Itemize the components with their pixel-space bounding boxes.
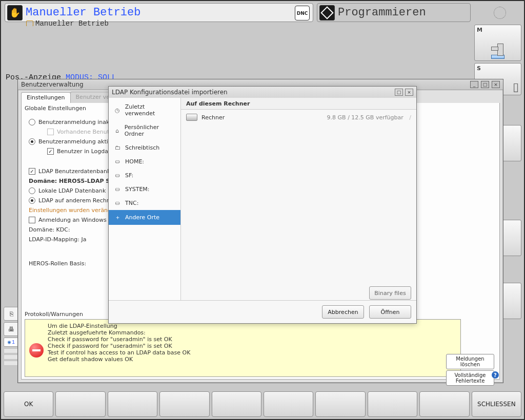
rsb-m-button[interactable]: M xyxy=(474,25,521,61)
clock-icon: ◷ xyxy=(114,107,121,114)
drive-icon: ⛀ xyxy=(114,200,121,206)
mini-blue-label[interactable]: ◉ 1 xyxy=(4,338,19,347)
softkey-row: OK SCHLIESSEN xyxy=(4,391,521,417)
program-icon xyxy=(319,5,335,20)
file-dialog-footer: Abbrechen Öffnen xyxy=(109,300,416,323)
mini-btn-1[interactable]: ⎘ xyxy=(4,307,19,321)
help-icon[interactable]: ? xyxy=(492,371,499,379)
softkey-7[interactable] xyxy=(368,391,417,417)
place-home[interactable]: ⌂ Persönlicher Ordner xyxy=(109,120,180,141)
place-other[interactable]: ＋ Andere Orte xyxy=(109,210,180,225)
file-dialog-window-buttons: □ × xyxy=(395,89,413,96)
tab-settings[interactable]: Einstellungen xyxy=(21,92,71,103)
btn-clear-messages[interactable]: Meldungen löschen xyxy=(446,354,494,369)
open-button[interactable]: Öffnen xyxy=(369,305,411,319)
places-sidebar: ◷ Zuletzt verwendet ⌂ Persönlicher Ordne… xyxy=(109,98,181,301)
checkbox-log-users[interactable] xyxy=(47,148,54,155)
mode-box-right[interactable]: Programmieren xyxy=(317,3,471,22)
file-dialog-body: ◷ Zuletzt verwendet ⌂ Persönlicher Ordne… xyxy=(109,98,416,301)
cancel-button[interactable]: Abbrechen xyxy=(322,305,364,319)
mode-title: Manueller Betrieb xyxy=(26,6,140,19)
top-bar: ✋ Manueller Betrieb DNC Manueller Betrie… xyxy=(5,3,520,22)
browser-row-computer[interactable]: Rechner 9.8 GB / 12.5 GB verfügbar / xyxy=(181,110,416,125)
softkey-1[interactable] xyxy=(55,391,105,417)
place-SF[interactable]: ⛀ SF: xyxy=(109,169,180,182)
computer-icon xyxy=(186,114,197,121)
radio-local-ldap[interactable] xyxy=(29,187,35,194)
hand-icon: ✋ xyxy=(7,5,23,20)
mini-strip-3 xyxy=(4,361,18,366)
radio-login-inactive[interactable] xyxy=(29,119,35,125)
place-recent[interactable]: ◷ Zuletzt verwendet xyxy=(109,100,180,120)
machine-icon xyxy=(489,44,507,59)
softkey-3[interactable] xyxy=(159,391,209,417)
file-dialog-title: LDAP Konfigurationsdatei importieren xyxy=(112,89,228,96)
row-slash: / xyxy=(409,114,411,121)
mini-btn-2[interactable]: 🖶 xyxy=(4,322,19,336)
radio-other-ldap[interactable] xyxy=(29,197,35,204)
mini-strip-1 xyxy=(4,348,18,353)
checkbox-win-logon[interactable] xyxy=(29,217,35,223)
close-icon[interactable]: × xyxy=(492,81,500,88)
softkey-6[interactable] xyxy=(315,391,365,417)
maximize-icon[interactable]: □ xyxy=(395,89,403,96)
plus-icon: ＋ xyxy=(114,214,121,221)
radio-login-active[interactable] xyxy=(29,138,35,145)
left-mini-toolbar: ⎘ 🖶 ◉ 1 xyxy=(4,307,18,367)
softkey-4[interactable] xyxy=(212,391,261,417)
drive-icon: ⛀ xyxy=(114,158,121,165)
checkbox-ldap-db[interactable] xyxy=(29,168,35,175)
btn-full-errortext[interactable]: Vollständige Fehlertexte xyxy=(446,370,494,386)
softkey-2[interactable] xyxy=(108,391,157,417)
row-name: Rechner xyxy=(201,114,225,121)
maximize-icon[interactable]: □ xyxy=(481,81,489,88)
home-icon: ⌂ xyxy=(114,128,120,134)
file-dialog-titlebar[interactable]: LDAP Konfigurationsdatei importieren □ × xyxy=(109,87,416,98)
mode-title-right: Programmieren xyxy=(338,6,426,19)
softkey-9[interactable]: SCHLIESSEN xyxy=(472,391,521,417)
softkey-5[interactable] xyxy=(264,391,313,417)
softkey-0[interactable]: OK xyxy=(4,391,53,417)
error-icon xyxy=(29,343,44,358)
scale-icon: ▯ xyxy=(513,80,519,93)
place-HOME[interactable]: ⛀ HOME: xyxy=(109,155,180,169)
drive-icon: ⛀ xyxy=(114,186,121,193)
mini-strip-2 xyxy=(4,354,18,360)
window-buttons: _ □ × xyxy=(470,81,500,88)
protocol-box: Um die LDAP-Einstellung Zuletzt ausgefue… xyxy=(25,319,461,377)
user-mgmt-title: Benutzerverwaltung xyxy=(21,81,84,88)
place-TNC[interactable]: ⛀ TNC: xyxy=(109,196,180,210)
row-info: 9.8 GB / 12.5 GB verfügbar xyxy=(327,114,403,121)
browser-header: Auf diesem Rechner xyxy=(181,98,416,110)
minimize-icon[interactable]: _ xyxy=(470,81,478,88)
dnc-badge[interactable]: DNC xyxy=(295,6,310,20)
folder-icon: 🗀 xyxy=(114,144,121,151)
softkey-8[interactable] xyxy=(419,391,469,417)
checkbox-keep-users xyxy=(47,129,54,135)
place-desktop[interactable]: 🗀 Schreibtisch xyxy=(109,141,180,155)
protocol-text: Um die LDAP-Einstellung Zuletzt ausgefue… xyxy=(48,323,190,373)
clock-icon xyxy=(494,7,506,19)
file-dialog: LDAP Konfigurationsdatei importieren □ ×… xyxy=(108,86,417,324)
filter-dropdown[interactable]: Binary files xyxy=(369,286,411,300)
close-icon[interactable]: × xyxy=(405,89,413,96)
drive-icon: ⛀ xyxy=(114,172,121,179)
file-browser: Auf diesem Rechner Rechner 9.8 GB / 12.5… xyxy=(181,98,416,301)
place-SYSTEM[interactable]: ⛀ SYSTEM: xyxy=(109,182,180,196)
